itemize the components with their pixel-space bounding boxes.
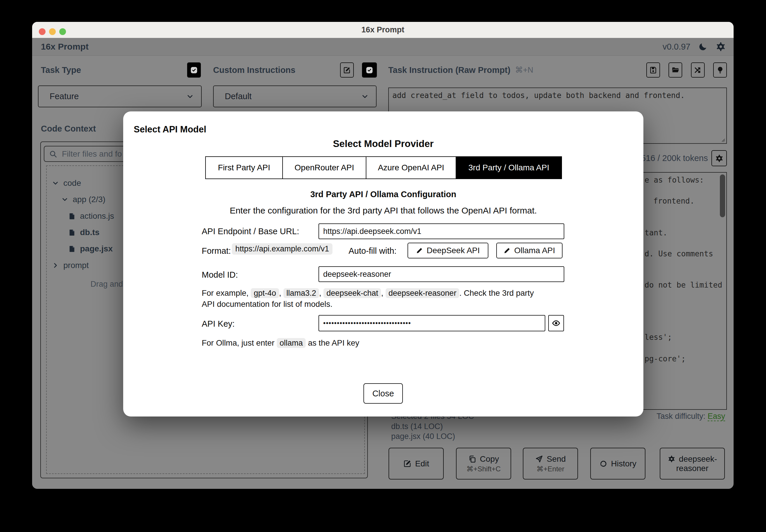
tab-azure-openai-api[interactable]: Azure OpenAI API <box>366 157 456 179</box>
copy-icon <box>468 455 476 463</box>
send-icon <box>535 455 543 463</box>
api-key-label: API Key: <box>202 319 235 329</box>
tree-item-label: prompt <box>63 261 89 270</box>
api-key-note: For Ollma, just enter ollama as the API … <box>202 337 537 349</box>
autofill-label: Auto-fill with: <box>349 246 396 256</box>
folder-open-icon <box>671 66 680 74</box>
model-selector-button[interactable]: deepseek- reasoner <box>660 448 725 479</box>
preview-line: less'; <box>645 333 672 342</box>
chevron-down-icon <box>52 179 59 187</box>
tree-item-label: app (2/3) <box>73 195 105 204</box>
tree-item-label: db.ts <box>80 228 99 237</box>
autofill-deepseek-button[interactable]: DeepSeek API <box>408 243 488 258</box>
tree-item-prompt[interactable]: prompt <box>52 261 89 270</box>
tree-item-app[interactable]: app (2/3) <box>61 195 105 204</box>
custom-instructions-value: Default <box>225 92 252 101</box>
app-header: 16x Prompt v0.0.97 <box>32 38 734 56</box>
app-title: 16x Prompt <box>41 38 88 55</box>
file-icon <box>68 212 76 220</box>
resize-grip-icon[interactable] <box>720 137 725 142</box>
titlebar: 16x Prompt <box>32 22 734 38</box>
model-name-line1: deepseek- <box>679 454 717 464</box>
edit-button[interactable]: Edit <box>389 448 444 479</box>
close-window-button[interactable] <box>39 28 45 35</box>
send-shortcut: ⌘+Enter <box>536 465 564 473</box>
format-label: Format: <box>202 246 231 256</box>
task-type-enabled-toggle[interactable] <box>187 62 201 78</box>
pencil-square-icon <box>343 66 351 74</box>
tab-first-party-api[interactable]: First Party API <box>206 157 283 179</box>
custom-instructions-enabled-toggle[interactable] <box>362 62 377 78</box>
minimize-window-button[interactable] <box>49 28 56 35</box>
tree-item-label: code <box>63 179 81 188</box>
shuffle-icon <box>694 66 702 74</box>
pencil-icon <box>416 247 423 254</box>
zoom-window-button[interactable] <box>59 28 66 35</box>
endpoint-label: API Endpoint / Base URL: <box>202 227 299 236</box>
task-difficulty-label: Task difficulty: <box>657 412 706 421</box>
preview-line: e as follows: <box>645 176 704 184</box>
scrollbar-thumb[interactable] <box>720 174 725 217</box>
model-id-label: Model ID: <box>202 270 238 280</box>
autofill-ollama-button[interactable]: Ollama API <box>496 243 562 258</box>
note-text: For example, <box>202 288 251 297</box>
save-icon <box>649 66 657 74</box>
model-id-input[interactable] <box>319 266 564 282</box>
dark-mode-toggle[interactable] <box>698 42 708 52</box>
ollama-key-code: ollama <box>277 338 306 348</box>
tips-button[interactable] <box>713 62 727 78</box>
token-settings-button[interactable] <box>711 150 727 166</box>
chevron-down-icon <box>186 92 194 101</box>
check-square-icon <box>190 66 198 74</box>
tree-item-db-ts[interactable]: db.ts <box>68 228 99 237</box>
shuffle-button[interactable] <box>691 62 705 78</box>
tab-openrouter-api[interactable]: OpenRouter API <box>283 157 366 179</box>
preview-line: d. Use comments <box>645 249 713 258</box>
chevron-down-icon <box>361 92 369 101</box>
history-button[interactable]: History <box>590 448 646 479</box>
close-dialog-button[interactable]: Close <box>363 383 403 404</box>
toggle-key-visibility-button[interactable] <box>548 315 564 331</box>
tree-item-code[interactable]: code <box>52 179 81 188</box>
file-icon <box>68 229 76 236</box>
dialog-title: Select API Model <box>134 124 207 135</box>
note-text: , <box>381 288 385 297</box>
check-square-icon <box>366 66 373 74</box>
endpoint-input[interactable] <box>319 223 564 239</box>
autofill-ollama-label: Ollama API <box>514 246 555 255</box>
tree-item-label: page.jsx <box>80 244 113 253</box>
save-prompt-button[interactable] <box>646 62 660 78</box>
gear-icon <box>715 154 724 163</box>
code-context-label: Code Context <box>41 121 96 136</box>
settings-button[interactable] <box>716 41 726 52</box>
note-text: For Ollma, just enter <box>202 338 277 347</box>
task-difficulty-value[interactable]: Easy <box>708 412 725 421</box>
preview-line: pg-core'; <box>645 354 686 363</box>
open-prompt-button[interactable] <box>669 62 682 78</box>
task-type-value: Feature <box>50 92 79 101</box>
preview-line: do not be limited <box>645 281 722 289</box>
lightbulb-icon <box>716 66 724 74</box>
pencil-icon <box>503 247 510 254</box>
provider-heading: Select Model Provider <box>123 138 643 149</box>
task-type-label: Task Type <box>41 62 81 78</box>
tree-item-actions-js[interactable]: actions.js <box>68 211 114 221</box>
chevron-down-icon <box>61 196 69 203</box>
edit-custom-instructions-button[interactable] <box>340 62 354 78</box>
task-instruction-label: Task Instruction (Raw Prompt) ⌘+N <box>388 62 533 78</box>
task-instruction-text: add created_at field to todos, update bo… <box>392 91 685 100</box>
tree-item-page-jsx[interactable]: page.jsx <box>68 244 113 253</box>
copy-button-label: Copy <box>480 454 499 464</box>
send-button[interactable]: Send ⌘+Enter <box>523 448 578 479</box>
model-example-code: llama3.2 <box>284 288 319 298</box>
task-type-select[interactable]: Feature <box>38 85 202 107</box>
copy-button[interactable]: Copy ⌘+Shift+C <box>456 448 511 479</box>
custom-instructions-select[interactable]: Default <box>213 85 377 107</box>
config-heading: 3rd Party API / Ollama Configuration <box>123 190 643 199</box>
gear-icon <box>668 455 676 463</box>
tab-3rd-party-ollama-api[interactable]: 3rd Party / Ollama API <box>456 157 561 179</box>
chevron-right-icon <box>52 262 59 269</box>
provider-tabs: First Party API OpenRouter API Azure Ope… <box>205 156 562 179</box>
api-key-input[interactable] <box>319 315 545 331</box>
model-id-note: For example, gpt-4o, llama3.2, deepseek-… <box>202 288 537 309</box>
